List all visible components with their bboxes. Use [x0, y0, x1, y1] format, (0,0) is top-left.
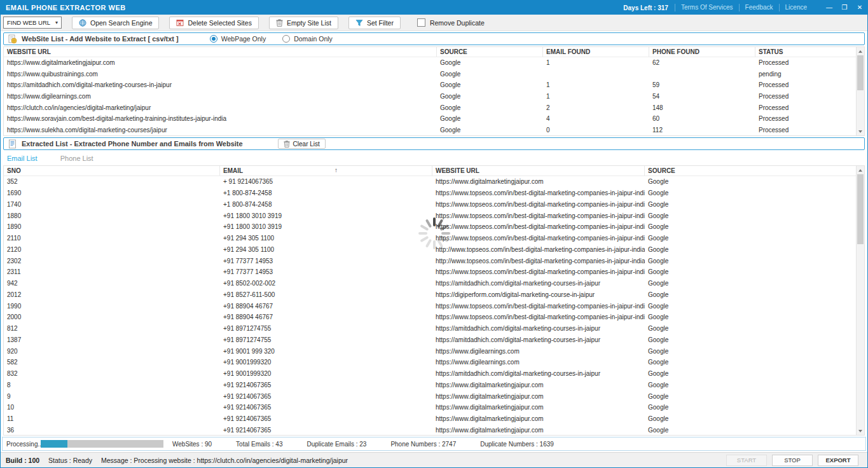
- table-row[interactable]: https://www.digitalmarketingjaipur.comGo…: [4, 57, 856, 69]
- table-cell: Google: [645, 223, 856, 230]
- webpage-only-radio[interactable]: WebPage Only: [210, 35, 266, 43]
- scrollbar-thumb[interactable]: [857, 55, 864, 90]
- table-row[interactable]: 1990+91 88904 46767https://www.topseos.c…: [4, 300, 856, 312]
- scrollbar-thumb[interactable]: [857, 174, 864, 244]
- table-row[interactable]: 2311+91 77377 14953https://www.topseos.c…: [4, 266, 856, 278]
- table-row[interactable]: 2302+91 77377 14953http://www.topseos.co…: [4, 255, 856, 266]
- table-cell: https://www.digitalmarketingjaipur.com: [432, 382, 645, 389]
- filter-icon: [355, 19, 363, 27]
- delete-selected-sites-button[interactable]: Delete Selected Sites: [169, 17, 258, 29]
- table-cell: Processed: [755, 115, 856, 122]
- table-cell: https://www.digitalmarketingjaipur.com: [432, 427, 645, 434]
- stop-button[interactable]: STOP: [772, 455, 813, 466]
- table-cell: +91 77377 14953: [220, 268, 432, 275]
- table-row[interactable]: https://clutch.co/in/agencies/digital-ma…: [4, 102, 856, 113]
- table-cell: Google: [645, 212, 856, 219]
- column-header-phone-found[interactable]: PHONE FOUND: [649, 47, 755, 57]
- table-row[interactable]: 10+91 9214067365https://www.digitalmarke…: [4, 402, 856, 413]
- radio-selected-icon[interactable]: [210, 35, 217, 43]
- table-cell: Google: [645, 189, 856, 196]
- feedback-link[interactable]: Feedback: [739, 4, 779, 11]
- set-filter-button[interactable]: Set Filter: [348, 17, 401, 29]
- domain-only-radio[interactable]: Domain Only: [282, 35, 333, 43]
- licence-link[interactable]: Licence: [779, 4, 813, 11]
- website-table-scrollbar[interactable]: [856, 47, 864, 135]
- table-cell: +91 88904 46767: [220, 313, 432, 320]
- table-row[interactable]: 1690+1 800-874-2458https://www.topseos.c…: [4, 188, 856, 199]
- table-row[interactable]: 920+91 9001 999 320https://www.digilearn…: [4, 345, 856, 357]
- scrollbar-track[interactable]: [857, 55, 864, 127]
- scroll-down-icon[interactable]: [857, 127, 864, 135]
- table-row[interactable]: 36+91 9214067365https://www.digitalmarke…: [4, 425, 856, 436]
- table-row[interactable]: 11+91 9214067365https://www.digitalmarke…: [4, 413, 856, 425]
- extracted-list-icon: [8, 139, 17, 149]
- table-cell: https://www.topseos.com/in/best-digital-…: [432, 223, 645, 230]
- message-label: Message : Processing website : https://c…: [101, 457, 348, 464]
- clear-list-button[interactable]: Clear List: [278, 139, 326, 149]
- open-search-engine-button[interactable]: Open Search Engine: [72, 17, 159, 29]
- table-row[interactable]: 1387+91 8971274755https://amitdadhich.co…: [4, 334, 856, 346]
- sort-ascending-icon[interactable]: ↑: [334, 167, 338, 174]
- empty-site-list-button[interactable]: Empty Site List: [269, 17, 338, 29]
- table-cell: 2012: [4, 291, 220, 298]
- table-cell: +91 9001 999 320: [220, 348, 432, 355]
- export-button[interactable]: EXPORT: [818, 455, 858, 466]
- column-header-sno[interactable]: SNO: [4, 166, 220, 176]
- terms-of-services-link[interactable]: Terms Of Services: [675, 4, 739, 11]
- table-cell: 1990: [4, 303, 220, 310]
- delete-icon: [176, 19, 184, 27]
- column-header-website-url[interactable]: WEBSITE URL: [4, 47, 437, 57]
- maximize-icon[interactable]: ❐: [837, 1, 852, 15]
- table-row[interactable]: 1740+1 800-874-2458https://www.topseos.c…: [4, 199, 856, 210]
- column-header-source[interactable]: SOURCE: [645, 166, 856, 176]
- table-row[interactable]: 352+ 91 9214067365https://www.digitalmar…: [4, 176, 856, 188]
- website-list-icon: [8, 34, 17, 44]
- tab-phone-list[interactable]: Phone List: [60, 155, 93, 162]
- start-button[interactable]: START: [726, 455, 767, 466]
- column-header-website-url[interactable]: WEBSITE URL: [432, 166, 645, 176]
- radio-unselected-icon[interactable]: [282, 35, 290, 43]
- table-cell: 10: [4, 404, 220, 411]
- table-row[interactable]: https://www.soravjain.com/best-digital-m…: [4, 113, 856, 125]
- scrollbar-track[interactable]: [857, 174, 864, 427]
- table-cell: Google: [645, 393, 856, 400]
- scroll-up-icon[interactable]: [857, 166, 864, 174]
- close-icon[interactable]: ✕: [852, 1, 867, 15]
- email-table-scrollbar[interactable]: [856, 166, 864, 435]
- table-row[interactable]: https://amitdadhich.com/digital-marketin…: [4, 79, 856, 91]
- table-cell: 2302: [4, 258, 220, 265]
- table-cell: https://amitdadhich.com/digital-marketin…: [432, 325, 645, 332]
- table-row[interactable]: 582+91 9001999320https://www.digilearnin…: [4, 357, 856, 368]
- table-row[interactable]: 812+91 8971274755https://amitdadhich.com…: [4, 323, 856, 334]
- scroll-up-icon[interactable]: [857, 47, 864, 55]
- table-cell: https://www.topseos.com/in/best-digital-…: [432, 313, 645, 320]
- table-row[interactable]: https://www.quibustrainings.comGooglepen…: [4, 69, 856, 80]
- scroll-down-icon[interactable]: [857, 427, 864, 435]
- table-cell: Processed: [755, 93, 856, 100]
- table-row[interactable]: 832+91 9001999320https://amitdadhich.com…: [4, 368, 856, 380]
- table-row[interactable]: 2012+91 8527-611-500https://digiperform.…: [4, 289, 856, 301]
- table-row[interactable]: https://www.digilearnings.comGoogle154Pr…: [4, 91, 856, 102]
- table-cell: 1690: [4, 189, 220, 196]
- column-header-source[interactable]: SOURCE: [437, 47, 543, 57]
- column-header-email-found[interactable]: EMAIL FOUND: [543, 47, 649, 57]
- table-row[interactable]: 942+91 8502-002-002https://amitdadhich.c…: [4, 278, 856, 289]
- minimize-icon[interactable]: —: [822, 1, 837, 15]
- table-cell: Processed: [755, 81, 856, 88]
- table-row[interactable]: 9+91 9214067365https://www.digitalmarket…: [4, 390, 856, 402]
- table-row[interactable]: 8+91 9214067365https://www.digitalmarket…: [4, 380, 856, 391]
- url-source-dropdown[interactable]: FIND WEB URL ▾: [3, 17, 62, 29]
- table-cell: Google: [645, 303, 856, 310]
- table-cell: Processed: [755, 104, 856, 111]
- table-cell: 8: [4, 382, 220, 389]
- table-row[interactable]: 2000+91 88904 46767https://www.topseos.c…: [4, 312, 856, 323]
- table-row[interactable]: https://www.sulekha.com/digital-marketin…: [4, 125, 856, 136]
- column-header-email[interactable]: EMAIL ↑: [220, 166, 432, 176]
- tab-email-list[interactable]: Email List: [7, 155, 38, 162]
- table-cell: + 91 9214067365: [220, 178, 432, 185]
- checkbox-icon[interactable]: [417, 18, 425, 27]
- column-header-status[interactable]: STATUS: [755, 47, 856, 57]
- table-cell: 2120: [4, 246, 220, 253]
- remove-duplicate-checkbox[interactable]: Remove Duplicate: [417, 18, 485, 27]
- days-left-label: Days Left : 317: [623, 4, 668, 11]
